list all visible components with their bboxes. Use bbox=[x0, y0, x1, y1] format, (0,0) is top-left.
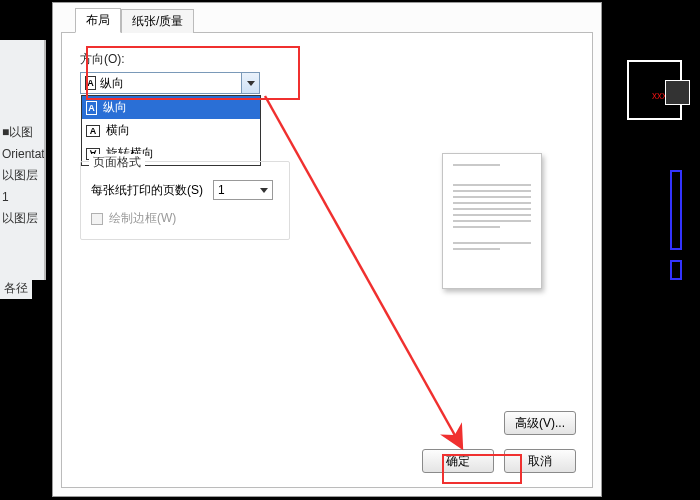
chevron-down-icon bbox=[260, 188, 268, 193]
tab-paper-quality[interactable]: 纸张/质量 bbox=[121, 9, 194, 33]
draw-border-label: 绘制边框(W) bbox=[109, 210, 176, 227]
page-format-legend: 页面格式 bbox=[89, 154, 145, 171]
draw-border-checkbox bbox=[91, 213, 103, 225]
draw-border-checkbox-row: 绘制边框(W) bbox=[91, 210, 279, 227]
pages-per-sheet-value: 1 bbox=[218, 183, 225, 197]
tab-label: 布局 bbox=[86, 13, 110, 27]
underlying-side-panel: ■以图 Orientat 以图层 1 以图层 bbox=[0, 40, 46, 280]
tab-body-layout: 方向(O): A 纵向 A 纵向 A 横向 bbox=[61, 33, 593, 488]
pages-per-sheet-label: 每张纸打印的页数(S) bbox=[91, 182, 203, 199]
cancel-button[interactable]: 取消 bbox=[504, 449, 576, 473]
ok-button[interactable]: 确定 bbox=[422, 449, 494, 473]
tab-layout[interactable]: 布局 bbox=[75, 8, 121, 33]
landscape-icon: A bbox=[86, 125, 100, 137]
print-properties-dialog: 布局 纸张/质量 方向(O): A 纵向 A 纵向 A bbox=[52, 2, 602, 497]
pages-per-sheet-select[interactable]: 1 bbox=[213, 180, 273, 200]
orientation-option-landscape[interactable]: A 横向 bbox=[82, 119, 260, 142]
orientation-selected-value: 纵向 bbox=[100, 75, 124, 92]
orientation-label: 方向(O): bbox=[80, 51, 290, 68]
portrait-icon: A bbox=[86, 101, 97, 115]
option-label: 纵向 bbox=[103, 99, 127, 116]
tab-label: 纸张/质量 bbox=[132, 14, 183, 28]
page-preview bbox=[442, 153, 542, 289]
cad-drawing: xxxx bbox=[610, 50, 690, 300]
orientation-option-portrait[interactable]: A 纵向 bbox=[82, 96, 260, 119]
advanced-button[interactable]: 高级(V)... bbox=[504, 411, 576, 435]
button-label: 取消 bbox=[528, 453, 552, 470]
button-label: 确定 bbox=[446, 453, 470, 470]
option-label: 横向 bbox=[106, 122, 130, 139]
orientation-group: 方向(O): A 纵向 A 纵向 A 横向 bbox=[80, 51, 290, 94]
button-label: 高级(V)... bbox=[515, 415, 565, 432]
chevron-down-icon[interactable] bbox=[241, 73, 259, 93]
tab-strip: 布局 纸张/质量 bbox=[61, 11, 593, 33]
page-format-group: 页面格式 每张纸打印的页数(S) 1 绘制边框(W) bbox=[80, 161, 290, 240]
orientation-combobox[interactable]: A 纵向 A 纵向 A 横向 ∀ 旋 bbox=[80, 72, 260, 94]
portrait-icon: A bbox=[85, 76, 96, 90]
underlying-truncated-label: 各径 bbox=[0, 278, 32, 299]
